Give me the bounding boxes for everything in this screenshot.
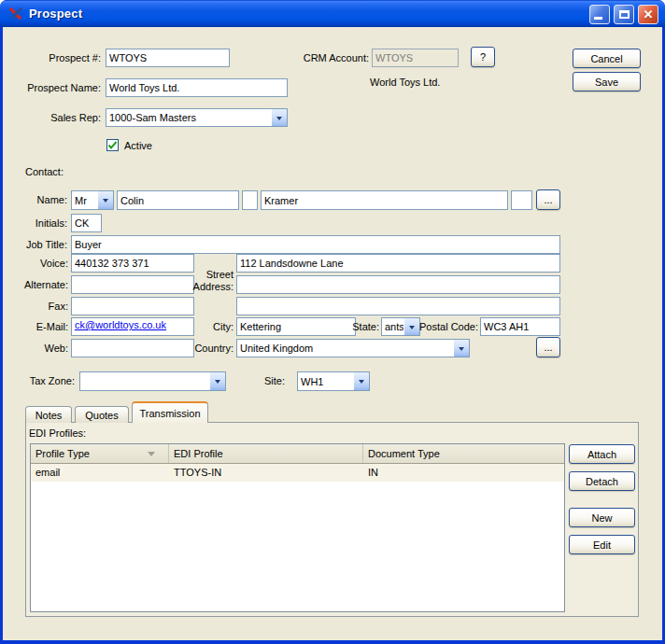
minimize-button[interactable] [589,5,610,24]
crm-account-label: CRM Account: [304,52,369,63]
edi-profiles-label: EDI Profiles: [29,427,86,439]
dropdown-arrow-icon [353,372,369,390]
fax-input[interactable] [71,297,194,315]
sort-descending-icon [148,452,155,460]
cell-edi-profile: TTOYS-IN [169,464,363,482]
tab-quotes[interactable]: Quotes [75,406,129,423]
suffix-input[interactable] [511,190,532,210]
edi-profiles-table: Profile Type EDI Profile Document Type e… [30,443,565,612]
country-search-button[interactable]: ... [536,337,560,357]
prospect-window: Prospect ✕ Prospect #: CRM Account: ? Wo… [0,0,665,644]
column-header-profile-type[interactable]: Profile Type [31,444,169,463]
postal-code-label: Postal Code: [419,321,478,332]
email-label: E-Mail: [36,321,68,332]
check-icon [107,140,118,150]
tab-notes[interactable]: Notes [25,406,72,423]
prospect-number-label: Prospect #: [49,52,101,63]
site-select[interactable]: WH1 [297,371,370,391]
state-select[interactable]: ants [381,317,420,336]
detach-button[interactable]: Detach [569,471,635,491]
sales-rep-label: Sales Rep: [50,112,101,123]
postal-code-input[interactable] [480,317,560,336]
street-address-label: Street Address: [185,269,233,293]
column-header-edi-profile[interactable]: EDI Profile [169,444,363,463]
prospect-name-input[interactable] [106,78,288,97]
crm-account-input [372,49,459,67]
crm-account-name-text: World Toys Ltd. [370,77,440,88]
prospect-number-input[interactable] [106,49,230,67]
alternate-label: Alternate: [24,279,68,290]
sales-rep-select[interactable]: 1000-Sam Masters [106,108,288,127]
city-label: City: [213,321,233,332]
dropdown-arrow-icon [403,318,419,335]
country-label: Country: [194,343,233,354]
tax-zone-label: Tax Zone: [30,375,75,386]
web-input[interactable] [71,339,194,357]
job-title-label: Job Title: [26,239,67,250]
contact-section-label: Contact: [25,166,64,177]
city-input[interactable] [236,317,356,336]
maximize-icon [619,10,630,19]
edit-button[interactable]: Edit [569,535,635,554]
dropdown-arrow-icon [271,109,287,126]
dropdown-arrow-icon [209,372,225,390]
address-line1-input[interactable] [236,254,560,273]
address-line2-input[interactable] [236,275,560,294]
cell-profile-type: email [31,464,169,482]
active-label: Active [124,140,152,151]
table-row[interactable]: email TTOYS-IN IN [31,464,564,482]
app-icon[interactable] [8,6,24,21]
titlebar[interactable]: Prospect ✕ [0,0,665,27]
tax-zone-select[interactable] [79,371,226,391]
state-label: State: [352,321,379,332]
address-line3-input[interactable] [236,297,560,315]
new-button[interactable]: New [569,508,635,527]
first-name-input[interactable] [117,190,239,210]
active-checkbox[interactable] [106,139,119,151]
save-button[interactable]: Save [573,72,641,91]
email-input[interactable]: ck@worldtoys.co.uk [71,317,194,336]
cell-document-type: IN [363,464,564,482]
job-title-input[interactable] [71,235,560,254]
column-header-document-type[interactable]: Document Type [363,444,564,463]
prospect-name-label: Prospect Name: [27,82,101,93]
voice-label: Voice: [40,258,68,269]
contact-search-button[interactable]: ... [536,189,560,210]
attach-button[interactable]: Attach [569,444,635,464]
window-title: Prospect [29,7,82,21]
initials-label: Initials: [35,217,67,229]
dropdown-arrow-icon [453,340,469,357]
close-button[interactable]: ✕ [638,5,658,24]
table-header-row: Profile Type EDI Profile Document Type [31,444,564,464]
country-select[interactable]: United Kingdom [236,339,470,357]
maximize-button[interactable] [614,5,634,24]
voice-input[interactable] [71,254,194,273]
email-link[interactable]: ck@worldtoys.co.uk [75,319,166,330]
close-icon: ✕ [644,8,654,21]
cancel-button[interactable]: Cancel [573,49,641,68]
fax-label: Fax: [49,301,68,312]
crm-account-help-button[interactable]: ? [471,47,495,67]
alternate-input[interactable] [71,275,194,294]
site-label: Site: [264,375,285,386]
minimize-icon [594,17,602,20]
web-label: Web: [45,343,68,354]
tab-transmission[interactable]: Transmission [132,401,208,423]
contact-name-label: Name: [37,194,67,205]
middle-name-input[interactable] [242,190,258,210]
last-name-input[interactable] [261,190,508,210]
initials-input[interactable] [71,214,102,232]
honorific-select[interactable]: Mr [71,190,114,210]
dropdown-arrow-icon [97,191,113,209]
